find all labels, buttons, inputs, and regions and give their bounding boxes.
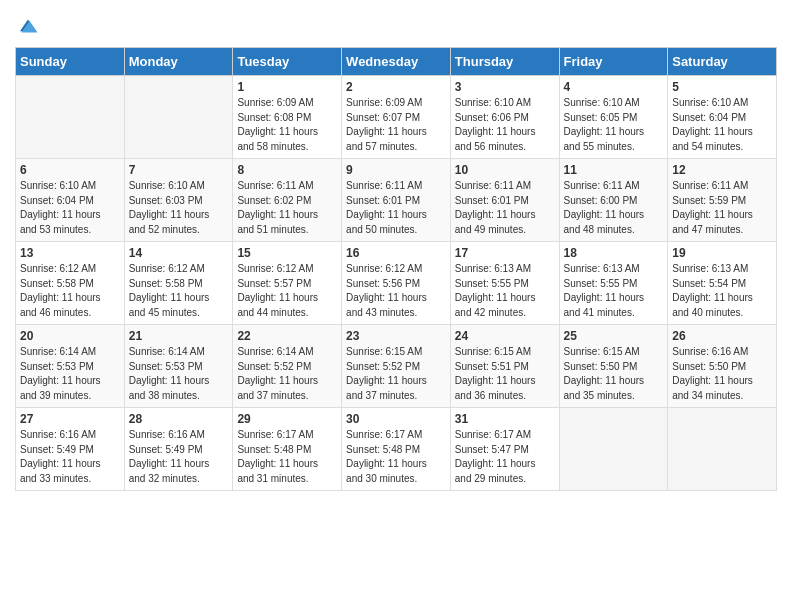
day-header-monday: Monday — [124, 48, 233, 76]
day-info: Sunrise: 6:14 AM Sunset: 5:53 PM Dayligh… — [129, 345, 229, 403]
day-header-friday: Friday — [559, 48, 668, 76]
calendar-cell: 3Sunrise: 6:10 AM Sunset: 6:06 PM Daylig… — [450, 76, 559, 159]
day-info: Sunrise: 6:11 AM Sunset: 6:02 PM Dayligh… — [237, 179, 337, 237]
day-number: 14 — [129, 246, 229, 260]
day-number: 25 — [564, 329, 664, 343]
calendar-week-row: 1Sunrise: 6:09 AM Sunset: 6:08 PM Daylig… — [16, 76, 777, 159]
calendar-cell: 15Sunrise: 6:12 AM Sunset: 5:57 PM Dayli… — [233, 242, 342, 325]
day-info: Sunrise: 6:09 AM Sunset: 6:07 PM Dayligh… — [346, 96, 446, 154]
day-number: 16 — [346, 246, 446, 260]
calendar-cell: 18Sunrise: 6:13 AM Sunset: 5:55 PM Dayli… — [559, 242, 668, 325]
day-info: Sunrise: 6:10 AM Sunset: 6:04 PM Dayligh… — [20, 179, 120, 237]
day-number: 24 — [455, 329, 555, 343]
day-number: 30 — [346, 412, 446, 426]
calendar-cell: 20Sunrise: 6:14 AM Sunset: 5:53 PM Dayli… — [16, 325, 125, 408]
day-number: 19 — [672, 246, 772, 260]
day-number: 22 — [237, 329, 337, 343]
day-number: 2 — [346, 80, 446, 94]
day-number: 26 — [672, 329, 772, 343]
day-info: Sunrise: 6:11 AM Sunset: 6:01 PM Dayligh… — [346, 179, 446, 237]
calendar-cell: 11Sunrise: 6:11 AM Sunset: 6:00 PM Dayli… — [559, 159, 668, 242]
calendar-cell: 12Sunrise: 6:11 AM Sunset: 5:59 PM Dayli… — [668, 159, 777, 242]
day-number: 23 — [346, 329, 446, 343]
calendar-cell: 26Sunrise: 6:16 AM Sunset: 5:50 PM Dayli… — [668, 325, 777, 408]
calendar-cell: 9Sunrise: 6:11 AM Sunset: 6:01 PM Daylig… — [342, 159, 451, 242]
logo-icon — [17, 15, 39, 37]
calendar-cell — [559, 408, 668, 491]
calendar-cell: 5Sunrise: 6:10 AM Sunset: 6:04 PM Daylig… — [668, 76, 777, 159]
calendar-cell: 19Sunrise: 6:13 AM Sunset: 5:54 PM Dayli… — [668, 242, 777, 325]
day-info: Sunrise: 6:17 AM Sunset: 5:47 PM Dayligh… — [455, 428, 555, 486]
header — [15, 10, 777, 37]
day-number: 5 — [672, 80, 772, 94]
day-number: 10 — [455, 163, 555, 177]
calendar-cell: 14Sunrise: 6:12 AM Sunset: 5:58 PM Dayli… — [124, 242, 233, 325]
calendar-week-row: 13Sunrise: 6:12 AM Sunset: 5:58 PM Dayli… — [16, 242, 777, 325]
day-header-wednesday: Wednesday — [342, 48, 451, 76]
day-info: Sunrise: 6:11 AM Sunset: 6:01 PM Dayligh… — [455, 179, 555, 237]
day-number: 13 — [20, 246, 120, 260]
day-header-sunday: Sunday — [16, 48, 125, 76]
day-info: Sunrise: 6:17 AM Sunset: 5:48 PM Dayligh… — [346, 428, 446, 486]
day-info: Sunrise: 6:12 AM Sunset: 5:56 PM Dayligh… — [346, 262, 446, 320]
calendar-cell: 27Sunrise: 6:16 AM Sunset: 5:49 PM Dayli… — [16, 408, 125, 491]
day-info: Sunrise: 6:10 AM Sunset: 6:03 PM Dayligh… — [129, 179, 229, 237]
calendar-cell: 8Sunrise: 6:11 AM Sunset: 6:02 PM Daylig… — [233, 159, 342, 242]
day-info: Sunrise: 6:11 AM Sunset: 5:59 PM Dayligh… — [672, 179, 772, 237]
calendar-week-row: 27Sunrise: 6:16 AM Sunset: 5:49 PM Dayli… — [16, 408, 777, 491]
calendar-cell: 23Sunrise: 6:15 AM Sunset: 5:52 PM Dayli… — [342, 325, 451, 408]
day-number: 9 — [346, 163, 446, 177]
calendar-cell: 6Sunrise: 6:10 AM Sunset: 6:04 PM Daylig… — [16, 159, 125, 242]
day-info: Sunrise: 6:14 AM Sunset: 5:52 PM Dayligh… — [237, 345, 337, 403]
calendar-cell: 28Sunrise: 6:16 AM Sunset: 5:49 PM Dayli… — [124, 408, 233, 491]
main-container: SundayMondayTuesdayWednesdayThursdayFrid… — [0, 0, 792, 506]
day-number: 20 — [20, 329, 120, 343]
day-info: Sunrise: 6:16 AM Sunset: 5:49 PM Dayligh… — [129, 428, 229, 486]
calendar-cell — [668, 408, 777, 491]
calendar-cell: 31Sunrise: 6:17 AM Sunset: 5:47 PM Dayli… — [450, 408, 559, 491]
day-number: 1 — [237, 80, 337, 94]
calendar-cell: 21Sunrise: 6:14 AM Sunset: 5:53 PM Dayli… — [124, 325, 233, 408]
calendar-week-row: 6Sunrise: 6:10 AM Sunset: 6:04 PM Daylig… — [16, 159, 777, 242]
day-number: 6 — [20, 163, 120, 177]
calendar-cell: 10Sunrise: 6:11 AM Sunset: 6:01 PM Dayli… — [450, 159, 559, 242]
day-info: Sunrise: 6:10 AM Sunset: 6:05 PM Dayligh… — [564, 96, 664, 154]
day-number: 31 — [455, 412, 555, 426]
day-info: Sunrise: 6:16 AM Sunset: 5:49 PM Dayligh… — [20, 428, 120, 486]
calendar-cell: 29Sunrise: 6:17 AM Sunset: 5:48 PM Dayli… — [233, 408, 342, 491]
day-number: 3 — [455, 80, 555, 94]
day-info: Sunrise: 6:10 AM Sunset: 6:06 PM Dayligh… — [455, 96, 555, 154]
calendar-cell: 1Sunrise: 6:09 AM Sunset: 6:08 PM Daylig… — [233, 76, 342, 159]
day-info: Sunrise: 6:17 AM Sunset: 5:48 PM Dayligh… — [237, 428, 337, 486]
calendar-table: SundayMondayTuesdayWednesdayThursdayFrid… — [15, 47, 777, 491]
day-number: 18 — [564, 246, 664, 260]
calendar-cell: 7Sunrise: 6:10 AM Sunset: 6:03 PM Daylig… — [124, 159, 233, 242]
day-number: 11 — [564, 163, 664, 177]
calendar-cell — [124, 76, 233, 159]
day-number: 29 — [237, 412, 337, 426]
day-number: 8 — [237, 163, 337, 177]
logo — [15, 15, 39, 37]
day-info: Sunrise: 6:10 AM Sunset: 6:04 PM Dayligh… — [672, 96, 772, 154]
day-info: Sunrise: 6:11 AM Sunset: 6:00 PM Dayligh… — [564, 179, 664, 237]
calendar-cell: 22Sunrise: 6:14 AM Sunset: 5:52 PM Dayli… — [233, 325, 342, 408]
calendar-header-row: SundayMondayTuesdayWednesdayThursdayFrid… — [16, 48, 777, 76]
day-number: 4 — [564, 80, 664, 94]
day-header-thursday: Thursday — [450, 48, 559, 76]
calendar-cell: 17Sunrise: 6:13 AM Sunset: 5:55 PM Dayli… — [450, 242, 559, 325]
calendar-cell — [16, 76, 125, 159]
day-info: Sunrise: 6:09 AM Sunset: 6:08 PM Dayligh… — [237, 96, 337, 154]
calendar-cell: 4Sunrise: 6:10 AM Sunset: 6:05 PM Daylig… — [559, 76, 668, 159]
day-number: 7 — [129, 163, 229, 177]
calendar-cell: 2Sunrise: 6:09 AM Sunset: 6:07 PM Daylig… — [342, 76, 451, 159]
calendar-cell: 25Sunrise: 6:15 AM Sunset: 5:50 PM Dayli… — [559, 325, 668, 408]
day-info: Sunrise: 6:12 AM Sunset: 5:58 PM Dayligh… — [20, 262, 120, 320]
day-number: 28 — [129, 412, 229, 426]
day-number: 21 — [129, 329, 229, 343]
calendar-week-row: 20Sunrise: 6:14 AM Sunset: 5:53 PM Dayli… — [16, 325, 777, 408]
calendar-cell: 13Sunrise: 6:12 AM Sunset: 5:58 PM Dayli… — [16, 242, 125, 325]
day-info: Sunrise: 6:13 AM Sunset: 5:55 PM Dayligh… — [564, 262, 664, 320]
day-number: 15 — [237, 246, 337, 260]
day-info: Sunrise: 6:12 AM Sunset: 5:58 PM Dayligh… — [129, 262, 229, 320]
day-info: Sunrise: 6:13 AM Sunset: 5:55 PM Dayligh… — [455, 262, 555, 320]
